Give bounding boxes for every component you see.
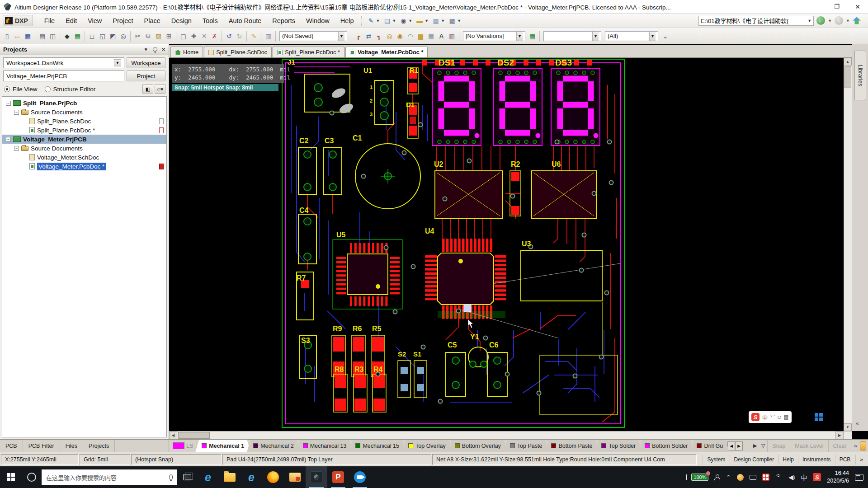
menu-file[interactable]: File bbox=[39, 15, 60, 27]
layer-scroll-right-icon[interactable]: ▶ bbox=[735, 441, 743, 450]
menu-reports[interactable]: Reports bbox=[267, 15, 301, 27]
pcb-label-r1[interactable]: R1 bbox=[410, 67, 418, 74]
chevron-down-icon[interactable]: ▼ bbox=[457, 19, 461, 23]
layer-tab-top-solder[interactable]: Top Solder bbox=[595, 440, 642, 452]
layer-next-icon[interactable]: ▶ bbox=[751, 440, 759, 452]
open-icon[interactable]: ▱ bbox=[12, 31, 23, 41]
save-icon[interactable]: ▦ bbox=[23, 31, 33, 41]
paste-array-icon[interactable]: ⊞ bbox=[164, 31, 174, 41]
tree-item-voltage_meter-schdoc[interactable]: Voltage_Meter.SchDoc bbox=[2, 153, 166, 162]
taskbar-app-file-explorer[interactable] bbox=[219, 466, 241, 488]
panel-tab-projects[interactable]: Projects bbox=[83, 440, 115, 452]
layer-tab-bottom-solder[interactable]: Bottom Solder bbox=[638, 440, 694, 452]
pcb-label-c2[interactable]: C2 bbox=[299, 137, 308, 145]
menu-edit[interactable]: Edit bbox=[60, 15, 82, 27]
menu-window[interactable]: Window bbox=[301, 15, 335, 27]
panel-tab-pcb[interactable]: PCB bbox=[0, 440, 23, 452]
layer-scroll-left-icon[interactable]: ◀ bbox=[727, 441, 735, 450]
taskbar-app-altium-designer[interactable] bbox=[306, 466, 327, 488]
pcb-canvas[interactable]: J1U1R1D1DS1DS2DS3C2C3C1U2R2U6C4U5U4U3R7R… bbox=[169, 58, 844, 431]
pcb-label-u1[interactable]: U1 bbox=[363, 67, 372, 74]
sogou-logo[interactable]: S bbox=[751, 413, 760, 421]
close-button[interactable]: ✕ bbox=[847, 0, 868, 14]
taskbar-app-firefox[interactable] bbox=[262, 466, 284, 488]
forward-button[interactable]: → bbox=[835, 16, 843, 25]
stock-app-icon[interactable] bbox=[762, 474, 769, 481]
restore-button[interactable]: ❐ bbox=[826, 0, 847, 14]
layer-tab-bottom-overlay[interactable]: Bottom Overlay bbox=[448, 440, 507, 452]
taskbar-clock[interactable]: 16:44 2020/5/6 bbox=[827, 469, 849, 485]
project-field[interactable]: Voltage_Meter.PrjPCB bbox=[3, 70, 124, 81]
corner-badge-icon[interactable] bbox=[860, 441, 866, 450]
recent-path-combo[interactable]: E:\01教学材料\《电子设计辅助软( ▼ bbox=[698, 16, 814, 26]
pcb-label-ds1[interactable]: DS1 bbox=[439, 58, 455, 67]
board-insight-icon[interactable]: ▦ bbox=[72, 31, 83, 41]
panel-options-icon[interactable]: ▱▾ bbox=[155, 84, 165, 94]
back-button[interactable]: ← bbox=[816, 16, 825, 25]
status-button-pcb[interactable]: PCB bbox=[835, 455, 855, 465]
minimize-button[interactable]: — bbox=[806, 0, 826, 14]
libraries-tab[interactable]: Libraries bbox=[854, 51, 866, 100]
layer-tab-mechanical-2[interactable]: Mechanical 2 bbox=[247, 440, 300, 452]
pcb-label-r7[interactable]: R7 bbox=[297, 275, 306, 282]
chevron-down-icon[interactable]: ▼ bbox=[846, 19, 850, 23]
input-lang-indicator[interactable]: 中 bbox=[762, 413, 768, 421]
clear-select-icon[interactable]: ✕ bbox=[199, 31, 209, 41]
status-button-help[interactable]: Help bbox=[778, 455, 798, 465]
action-center-icon[interactable] bbox=[855, 474, 863, 481]
new-document-icon[interactable]: ▯ bbox=[2, 31, 12, 41]
cortana-button[interactable] bbox=[22, 466, 42, 488]
expander-icon[interactable]: − bbox=[14, 146, 19, 151]
sogou-input-bar[interactable]: S 中 ° ’ ☺ ▤ bbox=[749, 411, 792, 423]
scroll-right-icon[interactable]: ▶ bbox=[835, 432, 844, 439]
doc-tab-split_plane-schdoc[interactable]: Split_Plane.SchDoc bbox=[204, 47, 272, 57]
scroll-up-icon[interactable]: ▲ bbox=[844, 58, 852, 66]
workspace-button[interactable]: Workspace bbox=[127, 57, 165, 68]
project-button[interactable]: Project bbox=[127, 70, 165, 81]
paste-icon[interactable]: ▨ bbox=[153, 31, 164, 41]
expander-icon[interactable]: − bbox=[6, 101, 11, 106]
tree-item-voltage_meter-pcbdoc-[interactable]: Voltage_Meter.PcbDoc * bbox=[2, 162, 166, 171]
pad-icon[interactable]: ◎ bbox=[384, 31, 395, 41]
layer-tab-bottom-paste[interactable]: Bottom Paste bbox=[545, 440, 599, 452]
menu-place[interactable]: Place bbox=[138, 15, 165, 27]
poly-icon[interactable]: ▦ bbox=[426, 31, 436, 41]
copy-icon[interactable]: ⧉ bbox=[143, 31, 153, 41]
chevron-down-icon[interactable]: ▼ bbox=[338, 32, 344, 41]
doc-tab-split_plane-pcbdoc-[interactable]: Split_Plane.PcbDoc * bbox=[273, 47, 344, 57]
taskbar-app-ie[interactable]: e bbox=[241, 466, 262, 488]
tree-item-source-documents[interactable]: −Source Documents bbox=[2, 144, 166, 153]
pcb-label-u3[interactable]: U3 bbox=[522, 240, 531, 248]
pcb-label-y1[interactable]: Y1 bbox=[470, 333, 479, 341]
filter-combo[interactable]: ▼ bbox=[543, 31, 601, 41]
scroll-left-icon[interactable]: ◀ bbox=[169, 432, 177, 439]
close-panel-icon[interactable]: ✕ bbox=[162, 47, 165, 52]
expander-icon[interactable]: − bbox=[14, 110, 19, 115]
via-icon[interactable]: ◉ bbox=[395, 31, 405, 41]
people-icon[interactable] bbox=[714, 474, 720, 480]
mask-combo[interactable]: (All)▼ bbox=[605, 31, 658, 41]
tree-item-source-documents[interactable]: −Source Documents bbox=[2, 108, 166, 117]
wire-icon[interactable]: ✎ bbox=[249, 31, 259, 41]
taskbar-app-app-folder[interactable] bbox=[284, 466, 306, 488]
pcb-label-c1[interactable]: C1 bbox=[353, 135, 362, 142]
pcb-label-c4[interactable]: C4 bbox=[299, 207, 308, 214]
arc-icon[interactable]: ◠ bbox=[405, 31, 415, 41]
panel-tab-files[interactable]: Files bbox=[60, 440, 83, 452]
pcb-label-c3[interactable]: C3 bbox=[325, 137, 334, 145]
sogou-tray-icon[interactable]: S bbox=[813, 473, 821, 481]
status-button-design-compiler[interactable]: Design Compiler bbox=[730, 455, 778, 465]
route-icon[interactable]: ┏ bbox=[353, 31, 363, 41]
chevron-down-icon[interactable]: ▼ bbox=[828, 19, 832, 23]
chevron-down-icon[interactable]: ▼ bbox=[649, 32, 656, 41]
tree-item-split_plane-schdoc[interactable]: Split_Plane.SchDoc bbox=[2, 117, 166, 126]
chevron-down-icon[interactable]: ▼ bbox=[516, 32, 523, 41]
arrange-icon[interactable]: ▤ bbox=[382, 16, 392, 26]
pcb-label-r9[interactable]: R9 bbox=[333, 325, 342, 333]
not-saved-combo[interactable]: (Not Saved)▼ bbox=[279, 31, 347, 41]
layer-tab-mechanical-13[interactable]: Mechanical 13 bbox=[297, 440, 353, 452]
menu-tools[interactable]: Tools bbox=[197, 15, 223, 27]
pcb-label-d1[interactable]: D1 bbox=[406, 101, 415, 108]
doc-tab-home[interactable]: Home bbox=[170, 47, 203, 57]
chevron-down-icon[interactable]: ▼ bbox=[408, 19, 412, 23]
